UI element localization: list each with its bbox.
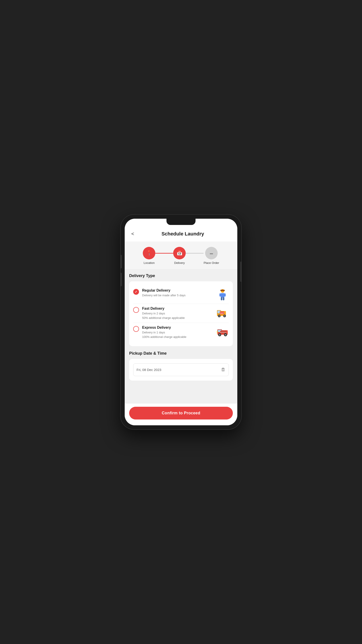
fast-delivery-name: Fast Delivery bbox=[142, 306, 213, 310]
scroll-content: Delivery Type Regular Delivery Delivery … bbox=[125, 269, 237, 404]
regular-delivery-option[interactable]: Regular Delivery Delivery will be made a… bbox=[133, 286, 229, 304]
svg-rect-5 bbox=[223, 297, 224, 300]
step-location-circle: 📍 bbox=[143, 247, 155, 260]
fast-delivery-radio[interactable] bbox=[133, 307, 139, 313]
back-button[interactable]: < bbox=[129, 230, 136, 238]
fast-delivery-icon: FAST bbox=[216, 306, 229, 319]
step-place-order-label: Place Order bbox=[204, 261, 219, 264]
regular-delivery-desc: Delivery will be made after 5 days bbox=[142, 293, 213, 298]
svg-rect-1 bbox=[221, 293, 224, 298]
express-delivery-desc: Delivery in 1 days100% additional charge… bbox=[142, 330, 213, 339]
svg-text:EXPRESS: EXPRESS bbox=[220, 332, 226, 333]
volume-down-button bbox=[121, 273, 122, 286]
calendar-icon: 🗓 bbox=[221, 367, 225, 372]
express-delivery-option[interactable]: Express Delivery Delivery in 1 days100% … bbox=[133, 323, 229, 342]
svg-point-22 bbox=[219, 334, 221, 336]
svg-rect-2 bbox=[219, 294, 221, 296]
regular-delivery-info: Regular Delivery Delivery will be made a… bbox=[142, 288, 213, 298]
phone-frame: < Schedule Laundry 📍 Location 📅 Delivery bbox=[121, 215, 241, 429]
confirm-button[interactable]: Confirm to Proceed bbox=[129, 407, 233, 420]
step-delivery-circle: 📅 bbox=[173, 247, 186, 260]
delivery-type-title: Delivery Type bbox=[129, 274, 233, 278]
location-icon: 📍 bbox=[146, 250, 152, 256]
place-order-icon: ▬ bbox=[210, 251, 213, 255]
step-place-order: ▬ Place Order bbox=[204, 247, 219, 264]
delivery-step-icon: 📅 bbox=[177, 250, 183, 256]
delivery-type-card: Regular Delivery Delivery will be made a… bbox=[129, 281, 233, 346]
step-place-order-circle: ▬ bbox=[205, 247, 218, 260]
express-delivery-name: Express Delivery bbox=[142, 326, 213, 330]
fast-delivery-desc: Delivery in 2 days50% additional charge … bbox=[142, 311, 213, 320]
svg-point-24 bbox=[225, 334, 226, 336]
svg-point-13 bbox=[219, 315, 220, 317]
notch bbox=[166, 219, 196, 225]
step-line-1 bbox=[155, 253, 173, 254]
svg-rect-3 bbox=[224, 294, 226, 296]
date-value: Fri, 08 Dec 2023 bbox=[137, 368, 161, 372]
regular-delivery-icon bbox=[216, 288, 229, 301]
volume-up-button bbox=[121, 255, 122, 268]
regular-delivery-radio[interactable] bbox=[133, 289, 139, 295]
step-location: 📍 Location bbox=[143, 247, 155, 264]
step-delivery-label: Delivery bbox=[174, 261, 185, 264]
step-location-label: Location bbox=[144, 261, 155, 264]
pickup-datetime-card: Fri, 08 Dec 2023 🗓 bbox=[129, 359, 233, 380]
page-title: Schedule Laundry bbox=[140, 231, 226, 237]
svg-rect-4 bbox=[221, 297, 222, 300]
phone-screen: < Schedule Laundry 📍 Location 📅 Delivery bbox=[125, 219, 237, 425]
progress-steps: 📍 Location 📅 Delivery ▬ Place Order bbox=[125, 242, 237, 269]
date-picker[interactable]: Fri, 08 Dec 2023 🗓 bbox=[133, 363, 229, 376]
bottom-bar: Confirm to Proceed bbox=[125, 404, 237, 425]
express-delivery-icon: EXPRESS bbox=[216, 326, 229, 338]
step-line-2 bbox=[186, 253, 204, 254]
svg-text:FAST: FAST bbox=[220, 312, 224, 314]
svg-rect-6 bbox=[220, 290, 225, 291]
pickup-datetime-title: Pickup Date & Time bbox=[129, 351, 233, 356]
svg-point-15 bbox=[224, 315, 225, 317]
express-delivery-info: Express Delivery Delivery in 1 days100% … bbox=[142, 326, 213, 339]
power-button bbox=[240, 262, 241, 282]
fast-delivery-option[interactable]: Fast Delivery Delivery in 2 days50% addi… bbox=[133, 304, 229, 323]
fast-delivery-info: Fast Delivery Delivery in 2 days50% addi… bbox=[142, 306, 213, 320]
express-delivery-radio[interactable] bbox=[133, 326, 139, 332]
bottom-spacer bbox=[129, 386, 233, 388]
regular-delivery-name: Regular Delivery bbox=[142, 288, 213, 292]
step-delivery: 📅 Delivery bbox=[173, 247, 186, 264]
